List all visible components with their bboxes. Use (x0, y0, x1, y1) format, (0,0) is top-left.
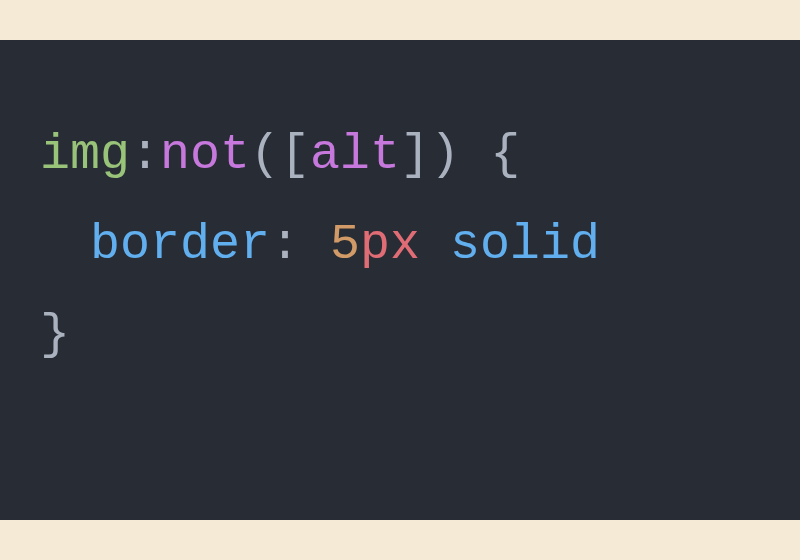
code-line-3: } (40, 290, 760, 380)
bracket-close: ] (400, 126, 430, 183)
brace-open: { (460, 126, 520, 183)
paren-open: ( (250, 126, 280, 183)
attribute: alt (310, 126, 400, 183)
selector-tag: img (40, 126, 130, 183)
unit: px (360, 216, 420, 273)
number: 5 (330, 216, 360, 273)
property: border (90, 216, 270, 273)
brace-close: } (40, 306, 70, 363)
pseudo-class: not (160, 126, 250, 183)
paren-close: ) (430, 126, 460, 183)
colon: : (130, 126, 160, 183)
bracket-open: [ (280, 126, 310, 183)
space (420, 216, 450, 273)
code-line-2: border: 5px solid (40, 200, 760, 290)
colon-space: : (270, 216, 330, 273)
keyword: solid (450, 216, 600, 273)
code-line-1: img:not([alt]) { (40, 110, 760, 200)
code-block: img:not([alt]) { border: 5px solid } (0, 40, 800, 520)
